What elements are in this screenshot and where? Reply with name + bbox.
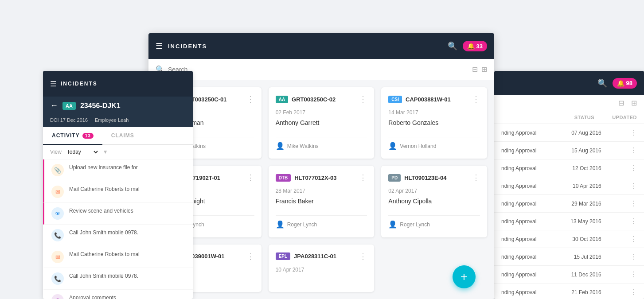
incident-card[interactable]: EPL JPA028311C-01 ⋮ 10 Apr 2017 [269, 245, 375, 292]
activity-tab-badge: 13 [82, 133, 94, 139]
view-select[interactable]: Today This Week All [65, 148, 99, 155]
table-row: nding Approval 30 Oct 2016 ⋮ [494, 230, 644, 248]
row-date: 15 Aug 2016 [562, 148, 601, 154]
detail-tabs: ACTIVITY 13 CLAIMS [43, 127, 193, 145]
card-id: CAP003881W-01 [406, 96, 468, 103]
view-label: View [50, 149, 62, 155]
card-id: HLT090123E-04 [404, 175, 468, 181]
card-more-button[interactable]: ⋮ [472, 173, 480, 183]
incident-card[interactable]: PD HLT090123E-04 ⋮ 02 Apr 2017 Anthony C… [381, 166, 487, 237]
row-status: nding Approval [501, 254, 536, 260]
card-tag: EPL [276, 252, 290, 260]
back-filter-icon[interactable]: ⊟ [618, 99, 624, 107]
row-date: 29 Mar 2016 [562, 201, 601, 207]
card-assignee: Vernon Holland [400, 143, 436, 149]
row-date: 13 May 2016 [562, 218, 601, 225]
main-panel-title: INCIDENTS [168, 43, 442, 50]
table-row: nding Approval 10 Apr 2016 ⋮ [494, 177, 644, 195]
row-status: nding Approval [501, 130, 536, 136]
card-name: Francis Baker [276, 198, 367, 205]
card-footer: 👤 Roger Lynch [276, 215, 367, 229]
row-more-icon[interactable]: ⋮ [630, 128, 637, 137]
incidents-grid: COM GRT003250C-01 ⋮ 02 Feb 2017 Ben Stea… [148, 80, 494, 299]
detail-doi: DOI 17 Dec 2016 [50, 117, 88, 123]
row-status: nding Approval [501, 272, 536, 278]
row-more-icon[interactable]: ⋮ [630, 217, 637, 225]
card-avatar-icon: 👤 [276, 220, 285, 229]
card-header: PD HLT090123E-04 ⋮ [388, 173, 480, 183]
back-grid-icon[interactable]: ⊞ [631, 99, 637, 107]
incident-card[interactable]: CSI CAP003881W-01 ⋮ 14 Mar 2017 Roberto … [381, 87, 487, 159]
activity-list: 📎 Upload new insurance file for ✉ Mail C… [43, 159, 193, 299]
back-rows-container: nding Approval 07 Aug 2016 ⋮ nding Appro… [494, 124, 644, 299]
row-status: nding Approval [501, 218, 536, 225]
row-more-icon[interactable]: ⋮ [630, 252, 637, 261]
fab-add-button[interactable]: + [453, 265, 476, 288]
activity-icon: 📞 [51, 229, 64, 241]
card-more-button[interactable]: ⋮ [359, 252, 367, 261]
row-more-icon[interactable]: ⋮ [630, 146, 637, 155]
row-status: nding Approval [501, 289, 536, 295]
card-id: GRT003250C-02 [292, 96, 355, 103]
tab-claims[interactable]: CLAIMS [102, 127, 143, 145]
card-more-button[interactable]: ⋮ [246, 94, 254, 104]
main-notification-badge[interactable]: 🔔 33 [463, 41, 487, 51]
card-more-button[interactable]: ⋮ [359, 94, 367, 104]
main-search-icon[interactable]: 🔍 [448, 41, 457, 51]
row-more-icon[interactable]: ⋮ [630, 164, 637, 172]
detail-panel: ☰ INCIDENTS ← AA 23456-DJK1 DOI 17 Dec 2… [43, 71, 193, 299]
back-notification-badge[interactable]: 🔔 98 [613, 78, 637, 89]
detail-header: ☰ INCIDENTS [43, 71, 193, 97]
grid-view-icon[interactable]: ⊞ [481, 65, 487, 74]
card-date: 02 Apr 2017 [388, 188, 480, 194]
card-more-button[interactable]: ⋮ [246, 173, 254, 183]
detail-title: INCIDENTS [61, 81, 98, 87]
activity-icon: 👁 [51, 207, 64, 220]
search-input[interactable] [168, 66, 468, 73]
view-select-chevron: ▼ [103, 149, 108, 155]
card-header: EPL JPA028311C-01 ⋮ [276, 252, 367, 261]
row-more-icon[interactable]: ⋮ [630, 182, 637, 190]
card-tag: CSI [388, 96, 402, 103]
row-more-icon[interactable]: ⋮ [630, 235, 637, 243]
activity-item: 👁 Review scene and vehicles [43, 203, 193, 225]
activity-item: $ Approval comments [43, 290, 193, 299]
table-row: nding Approval 07 Aug 2016 ⋮ [494, 124, 644, 142]
activity-text: Approval comments [69, 294, 116, 299]
card-more-button[interactable]: ⋮ [246, 252, 254, 261]
back-search-icon[interactable]: 🔍 [597, 78, 607, 88]
claims-tab-label: CLAIMS [111, 132, 134, 139]
activity-icon: 📎 [51, 164, 64, 176]
card-tag: PD [388, 174, 401, 182]
card-tag: AA [276, 96, 288, 103]
row-more-icon[interactable]: ⋮ [630, 288, 637, 296]
back-arrow-button[interactable]: ← [50, 101, 58, 110]
table-row: nding Approval 11 Dec 2016 ⋮ [494, 266, 644, 283]
row-date: 30 Oct 2016 [562, 236, 601, 242]
incident-card[interactable]: DTB HLT077012X-03 ⋮ 28 Mar 2017 Francis … [269, 166, 375, 237]
card-assignee: Roger Lynch [400, 221, 430, 228]
activity-item: 📞 Call John Smith mobile 0978. [43, 268, 193, 290]
row-status: nding Approval [501, 183, 536, 189]
card-more-button[interactable]: ⋮ [359, 173, 367, 183]
table-row: nding Approval 21 Feb 2016 ⋮ [494, 283, 644, 299]
card-date: 10 Apr 2017 [276, 267, 367, 273]
row-more-icon[interactable]: ⋮ [630, 270, 637, 279]
activity-item: 📎 Upload new insurance file for [43, 159, 193, 181]
tab-activity[interactable]: ACTIVITY 13 [43, 127, 102, 145]
row-status: nding Approval [501, 165, 536, 171]
main-menu-icon[interactable]: ☰ [156, 41, 163, 51]
main-panel-header: ☰ INCIDENTS 🔍 🔔 33 [148, 33, 494, 59]
view-filter-row: View Today This Week All ▼ [43, 145, 193, 159]
row-date: 11 Dec 2016 [562, 272, 601, 278]
back-notification-count: 98 [626, 80, 632, 86]
incident-card[interactable]: AA GRT003250C-02 ⋮ 02 Feb 2017 Anthony G… [269, 87, 375, 159]
card-more-button[interactable]: ⋮ [472, 94, 480, 104]
activity-item: 📞 Call John Smith mobile 0978. [43, 225, 193, 246]
row-date: 12 Oct 2016 [562, 165, 601, 171]
filter-icon[interactable]: ⊟ [472, 65, 478, 74]
card-header: DTB HLT077012X-03 ⋮ [276, 173, 367, 183]
table-row: nding Approval 13 May 2016 ⋮ [494, 213, 644, 230]
card-avatar-icon: 👤 [388, 142, 397, 150]
row-more-icon[interactable]: ⋮ [630, 199, 637, 208]
